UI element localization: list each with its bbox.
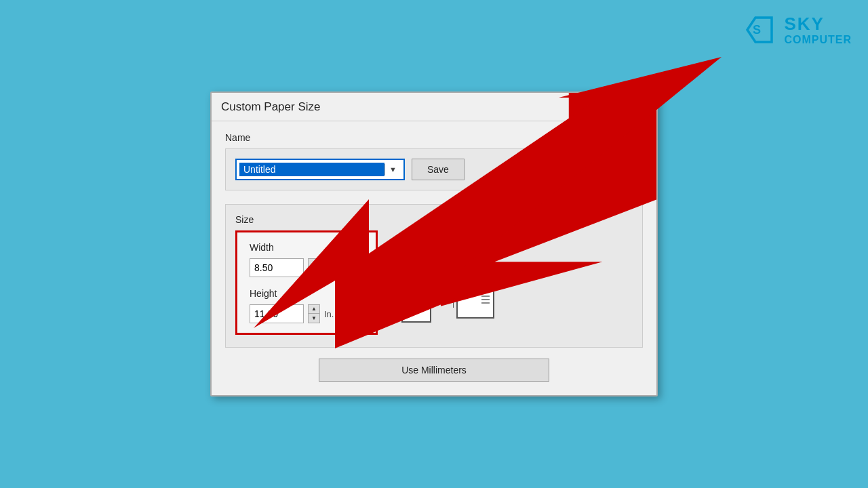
dialog-controls: ? × [620,100,647,114]
name-selected-value: Untitled [239,163,384,176]
height-field-row: ▲ ▼ In. [250,304,363,323]
size-inputs-box: Width ▲ ▼ In. Height ▲ [235,230,378,335]
logo-computer: COMPUTER [784,34,852,46]
sky-computer-logo: S SKY COMPUTER [742,12,852,47]
name-dropdown[interactable]: Untitled ▼ [235,159,405,180]
landscape-tall-icon[interactable] [453,285,494,323]
logo-sky: SKY [784,14,852,34]
width-up[interactable]: ▲ [309,259,319,268]
width-label: Width [250,242,363,253]
width-field-row: ▲ ▼ In. [250,258,363,277]
svg-text:S: S [753,23,761,37]
height-unit: In. [324,309,334,319]
landscape-wide-icon[interactable] [453,233,494,278]
landscape-tall-paper [456,289,494,319]
height-down[interactable]: ▼ [309,314,319,323]
width-down[interactable]: ▼ [309,268,319,277]
name-section-label: Name [225,132,643,143]
width-unit: In. [324,263,334,273]
height-label: Height [250,288,363,299]
close-button[interactable]: × [639,100,647,114]
use-millimeters-button[interactable]: Use Millimeters [319,359,549,382]
height-input[interactable] [250,304,304,323]
portrait-tall-icon[interactable] [398,285,439,323]
logo-text: SKY COMPUTER [784,14,852,45]
width-input[interactable] [250,258,304,277]
size-inner: Width ▲ ▼ In. Height ▲ [235,230,633,335]
orientation-icons [398,230,494,323]
dialog-titlebar: Custom Paper Size ? × [212,93,656,121]
portrait-wide-paper [404,233,434,271]
portrait-wide-icon[interactable] [398,233,439,278]
size-section: Size Width ▲ ▼ In. Hei [225,204,643,348]
landscape-wide-paper [453,237,491,267]
width-spinner[interactable]: ▲ ▼ [308,258,320,277]
height-up[interactable]: ▲ [309,305,319,314]
sky-logo-icon: S [742,12,777,47]
help-button[interactable]: ? [620,100,627,114]
name-row: Untitled ▼ Save [225,148,643,190]
custom-paper-size-dialog: Custom Paper Size ? × Name Untitled ▼ Sa… [210,92,658,396]
name-dropdown-arrow[interactable]: ▼ [384,164,401,175]
dialog-body: Name Untitled ▼ Save Size Width [212,121,656,395]
dialog-title: Custom Paper Size [221,100,320,114]
portrait-tall-paper [401,285,431,323]
size-section-label: Size [235,214,633,225]
mm-btn-row: Use Millimeters [225,359,643,382]
save-button[interactable]: Save [412,159,465,180]
height-spinner[interactable]: ▲ ▼ [308,304,320,323]
